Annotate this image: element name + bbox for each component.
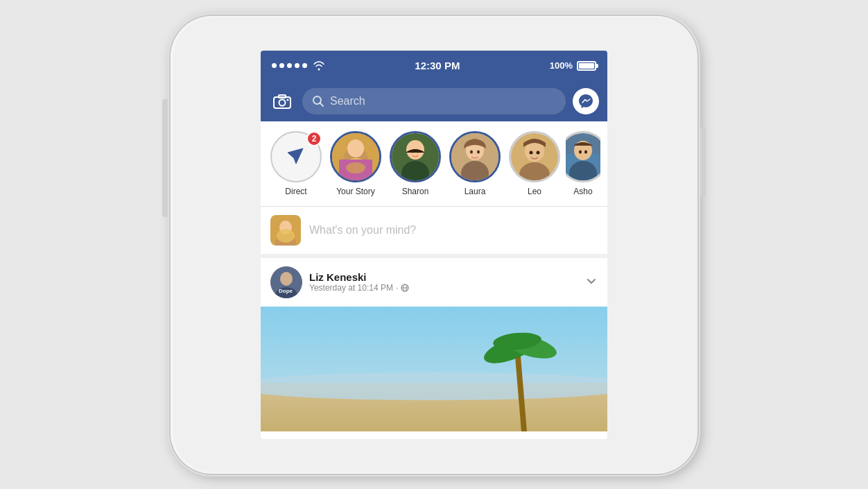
status-time: 12:30 PM (415, 60, 460, 71)
paper-plane-icon (284, 144, 309, 169)
laura-label: Laura (465, 187, 486, 196)
asho-label: Asho (573, 187, 592, 196)
post-header: Dope Liz Keneski Yesterday at 10:14 PM · (261, 258, 607, 307)
header-bar: Search (261, 81, 607, 121)
svg-point-9 (347, 139, 364, 157)
status-bar: 12:30 PM 100% (261, 51, 607, 81)
asho-avatar (566, 131, 600, 182)
leo-avatar-wrap (509, 131, 560, 182)
svg-point-22 (477, 150, 480, 153)
sharon-avatar (390, 131, 441, 182)
signal-dot-3 (287, 63, 292, 68)
story-item-asho[interactable]: Asho (566, 131, 600, 196)
phone-screen: 12:30 PM 100% (261, 51, 607, 439)
signal-dot-4 (295, 63, 300, 68)
your-story-avatar (330, 131, 381, 182)
svg-point-1 (279, 99, 286, 105)
signal-dot-2 (279, 63, 284, 68)
post-meta: Yesterday at 10:14 PM · (309, 283, 578, 293)
post-avatar: Dope (270, 266, 302, 298)
your-story-label: Your Story (336, 187, 375, 196)
asho-avatar-wrap (566, 131, 600, 182)
battery-icon (577, 61, 596, 71)
sharon-avatar-wrap (390, 131, 441, 182)
status-left (272, 61, 325, 71)
post-card: Dope Liz Keneski Yesterday at 10:14 PM · (261, 258, 607, 431)
svg-line-5 (320, 103, 324, 106)
svg-point-37 (277, 229, 295, 243)
laura-avatar (449, 131, 501, 182)
svg-rect-0 (274, 97, 290, 108)
direct-item[interactable]: 2 Direct (268, 131, 324, 196)
composer[interactable]: What's on your mind? (261, 207, 607, 258)
post-image (261, 307, 607, 431)
direct-avatar: 2 (270, 131, 322, 182)
story-item-laura[interactable]: Laura (446, 131, 503, 196)
svg-point-21 (470, 150, 473, 153)
status-right: 100% (550, 60, 596, 71)
camera-icon (272, 93, 292, 110)
svg-point-47 (261, 372, 607, 400)
story-item-leo[interactable]: Leo (506, 131, 563, 196)
leo-label: Leo (528, 187, 541, 196)
svg-point-27 (537, 151, 540, 154)
messenger-button[interactable] (573, 88, 599, 114)
post-info: Liz Keneski Yesterday at 10:14 PM · (309, 271, 578, 293)
search-text: Search (330, 95, 365, 108)
svg-point-12 (346, 162, 365, 173)
your-story-avatar-img (332, 133, 379, 180)
composer-avatar (270, 215, 301, 246)
signal-dot-5 (302, 63, 307, 68)
post-separator: · (396, 283, 398, 293)
post-timestamp: Yesterday at 10:14 PM (309, 283, 393, 293)
svg-point-17 (417, 149, 419, 153)
sharon-label: Sharon (402, 187, 429, 196)
svg-point-39 (280, 272, 293, 286)
direct-badge: 2 (306, 131, 322, 146)
svg-point-26 (530, 151, 533, 154)
more-button[interactable] (585, 273, 598, 291)
signal-dots (272, 63, 307, 68)
wifi-icon (313, 61, 325, 71)
chevron-down-icon (585, 275, 598, 287)
svg-point-3 (287, 98, 289, 101)
composer-placeholder: What's on your mind? (309, 224, 416, 237)
your-story-avatar-wrap (330, 131, 381, 182)
phone-wrapper: 12:30 PM 100% (171, 16, 697, 474)
direct-label: Direct (285, 187, 306, 196)
laura-avatar-wrap (449, 131, 501, 182)
signal-dot-1 (272, 63, 277, 68)
camera-button[interactable] (269, 88, 295, 114)
story-item-sharon[interactable]: Sharon (387, 131, 444, 196)
svg-point-16 (411, 149, 414, 153)
svg-point-33 (584, 150, 587, 153)
svg-point-32 (579, 150, 582, 153)
search-icon (312, 95, 324, 108)
stories-row: 2 Direct (261, 121, 607, 207)
battery-percent: 100% (550, 60, 573, 71)
search-bar[interactable]: Search (302, 88, 566, 114)
svg-text:Dope: Dope (279, 288, 293, 294)
leo-avatar (509, 131, 560, 182)
globe-icon (401, 284, 409, 292)
messenger-icon (578, 94, 593, 109)
post-author-name: Liz Keneski (309, 271, 578, 283)
story-item-your-story[interactable]: Your Story (327, 131, 384, 196)
